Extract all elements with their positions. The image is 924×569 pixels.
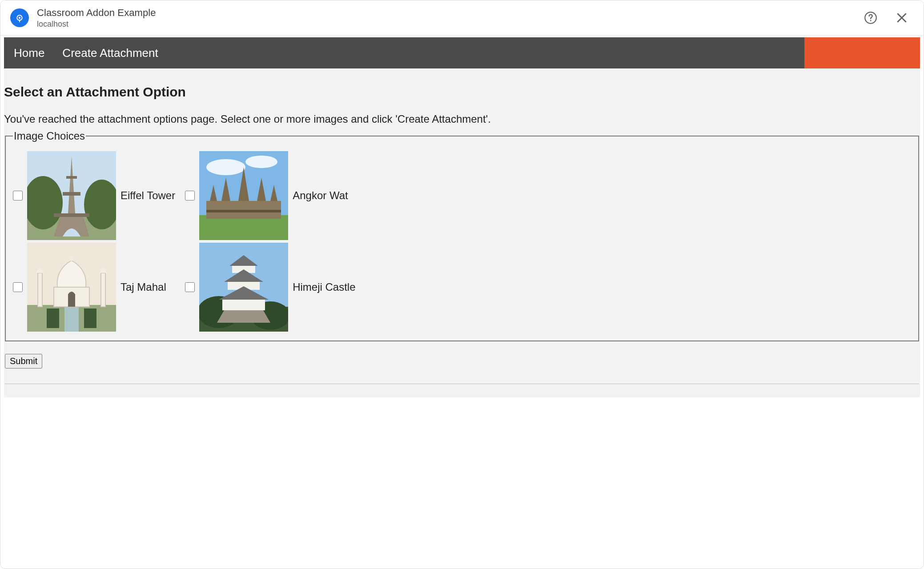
page-instructions: You've reached the attachment options pa… [4, 113, 920, 125]
svg-marker-49 [217, 310, 270, 323]
image-choice-angkor-wat[interactable]: Angkor Wat [185, 151, 360, 240]
angkor-wat-image [199, 151, 288, 240]
svg-point-31 [69, 256, 74, 261]
image-choice-angkor-wat-checkbox[interactable] [185, 191, 195, 200]
svg-rect-33 [38, 273, 42, 307]
himeji-castle-image [199, 243, 288, 332]
nav-link-create-attachment[interactable]: Create Attachment [62, 46, 158, 60]
app-logo-icon [10, 8, 29, 27]
svg-rect-30 [64, 305, 79, 332]
page-content: Select an Attachment Option You've reach… [4, 68, 920, 384]
svg-rect-35 [101, 273, 105, 307]
image-choice-taj-mahal-checkbox[interactable] [13, 282, 23, 292]
svg-point-19 [245, 156, 277, 168]
eiffel-tower-image [27, 151, 116, 240]
image-choice-angkor-wat-label: Angkor Wat [293, 189, 348, 202]
top-nav: Home Create Attachment [4, 37, 920, 68]
svg-point-18 [206, 159, 245, 175]
svg-rect-37 [47, 309, 59, 328]
dialog-title: Classroom Addon Example [37, 7, 849, 19]
top-nav-items: Home Create Attachment [4, 37, 158, 68]
close-button[interactable] [892, 8, 911, 27]
image-choice-taj-mahal-label: Taj Mahal [121, 281, 166, 293]
dialog-header: Classroom Addon Example localhost [0, 0, 924, 36]
svg-rect-15 [63, 192, 80, 196]
svg-rect-27 [206, 210, 281, 212]
help-icon [864, 11, 877, 24]
dialog-subtitle: localhost [37, 19, 849, 29]
dialog-title-block: Classroom Addon Example localhost [37, 7, 849, 29]
image-choice-himeji-castle-label: Himeji Castle [293, 281, 355, 293]
image-choice-eiffel-tower-label: Eiffel Tower [121, 189, 175, 202]
image-choice-eiffel-tower-checkbox[interactable] [13, 191, 23, 200]
help-button[interactable] [861, 8, 880, 27]
image-choice-grid: Eiffel Tower [13, 151, 911, 332]
image-choices-legend: Image Choices [13, 130, 86, 142]
submit-button[interactable]: Submit [5, 354, 42, 369]
svg-point-2 [19, 17, 20, 19]
page-heading: Select an Attachment Option [4, 84, 920, 100]
svg-rect-48 [222, 300, 265, 310]
svg-point-5 [870, 20, 872, 21]
svg-rect-14 [54, 213, 89, 217]
image-choice-himeji-castle-checkbox[interactable] [185, 282, 195, 292]
svg-rect-20 [199, 215, 288, 240]
image-choice-himeji-castle[interactable]: Himeji Castle [185, 243, 360, 332]
close-icon [895, 11, 908, 24]
addon-iframe-body: Home Create Attachment Select an Attachm… [4, 37, 920, 397]
image-choices-fieldset: Image Choices [5, 130, 919, 341]
svg-rect-38 [84, 309, 96, 328]
footer-rule [5, 384, 919, 384]
nav-link-home[interactable]: Home [14, 46, 44, 60]
addon-dialog-window: Classroom Addon Example localhost Home C… [0, 0, 924, 569]
top-nav-accent [804, 37, 920, 68]
top-nav-spacer [158, 37, 804, 68]
svg-rect-16 [66, 176, 77, 179]
image-choice-eiffel-tower[interactable]: Eiffel Tower [13, 151, 180, 240]
taj-mahal-image [27, 243, 116, 332]
image-choice-taj-mahal[interactable]: Taj Mahal [13, 243, 180, 332]
